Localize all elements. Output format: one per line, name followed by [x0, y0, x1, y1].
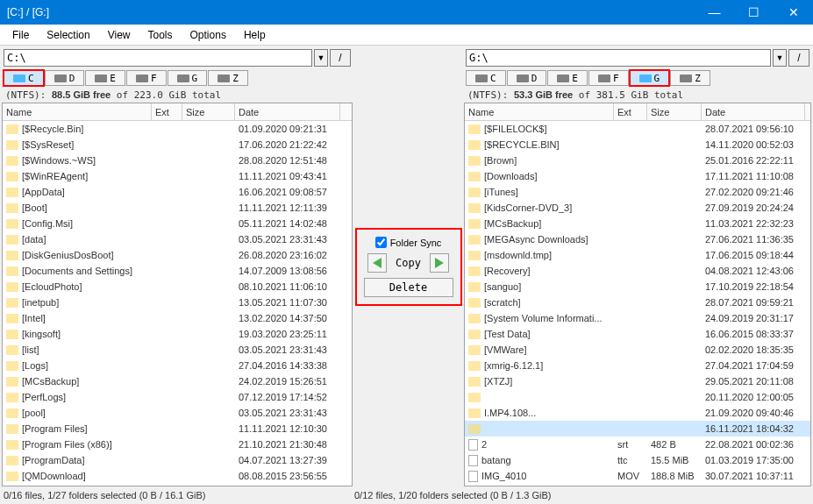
col-header-ext[interactable]: Ext [614, 103, 647, 120]
copy-right-button[interactable] [430, 253, 449, 273]
list-item[interactable]: [Logs]27.04.2016 14:33:38 [3, 358, 352, 373]
titlebar: [C:] / [G:] — ☐ ✕ [0, 0, 813, 25]
list-item[interactable]: [DiskGeniusDosBoot]26.08.2020 23:16:02 [3, 247, 352, 263]
list-item[interactable]: [Program Files]11.11.2021 12:10:30 [3, 421, 352, 437]
list-item[interactable]: [$RECYCLE.BIN]14.11.2020 00:52:03 [465, 137, 810, 153]
right-path-go-button[interactable]: / [788, 49, 809, 67]
list-item[interactable]: [Test Data]16.06.2015 08:33:37 [465, 326, 810, 342]
menu-tools[interactable]: Tools [139, 26, 182, 44]
folder-icon [6, 377, 18, 387]
list-item[interactable]: [AppData]16.06.2021 09:08:57 [3, 184, 352, 200]
menu-options[interactable]: Options [182, 26, 235, 44]
list-item[interactable]: [sanguo]17.10.2019 22:18:54 [465, 279, 810, 295]
folder-sync-checkbox-label[interactable]: Folder Sync [375, 237, 442, 248]
left-path-dropdown[interactable]: ▼ [314, 49, 328, 67]
left-path-input[interactable] [4, 49, 312, 67]
list-item[interactable]: [Boot]11.11.2021 12:11:39 [3, 200, 352, 216]
col-header-size[interactable]: Size [647, 103, 702, 120]
col-header-ext[interactable]: Ext [152, 103, 182, 120]
list-item[interactable]: [Brown]25.01.2016 22:22:11 [465, 153, 810, 168]
menu-selection[interactable]: Selection [38, 26, 98, 44]
list-item[interactable]: [$Windows.~WS]28.08.2020 12:51:48 [3, 153, 352, 168]
folder-icon [468, 314, 481, 323]
list-item[interactable]: [inetpub]13.05.2021 11:07:30 [3, 295, 352, 310]
left-drive-z[interactable]: Z [208, 70, 248, 86]
folder-icon [6, 124, 18, 134]
file-icon [468, 471, 478, 482]
maximize-button[interactable]: ☐ [734, 0, 774, 25]
list-item[interactable]: [Config.Msi]05.11.2021 14:02:48 [3, 216, 352, 231]
col-header-name[interactable]: Name [3, 103, 152, 120]
right-drive-d[interactable]: D [507, 70, 547, 86]
list-item[interactable]: [$WinREAgent]11.11.2021 09:43:41 [3, 168, 352, 184]
list-item[interactable]: [xmrig-6.12.1]27.04.2021 17:04:59 [465, 358, 810, 373]
left-drive-e[interactable]: E [85, 70, 125, 86]
list-item[interactable]: [MEGAsync Downloads]27.06.2021 11:36:35 [465, 231, 810, 247]
list-item[interactable]: [data]03.05.2021 23:31:43 [3, 231, 352, 247]
list-item[interactable]: [kingsoft]19.03.2020 23:25:11 [3, 326, 352, 342]
list-item[interactable]: 16.11.2021 18:04:32 [465, 421, 810, 437]
list-item[interactable]: [EcloudPhoto]08.10.2021 11:06:10 [3, 279, 352, 295]
list-item[interactable]: 2srt482 B22.08.2021 00:02:36 [465, 437, 810, 452]
right-drive-g[interactable]: G [630, 70, 670, 86]
right-drive-c[interactable]: C [466, 70, 506, 86]
folder-icon [468, 424, 481, 434]
list-item[interactable]: I.MP4.108...21.09.2020 09:40:46 [465, 405, 810, 421]
list-item[interactable]: IMG_4010mp486.4 MiB30.07.2021 10:53:13 [465, 484, 810, 486]
list-item[interactable]: 20.11.2020 12:00:05 [465, 389, 810, 405]
close-button[interactable]: ✕ [774, 0, 813, 25]
list-item[interactable]: [PerfLogs]07.12.2019 17:14:52 [3, 389, 352, 405]
col-header-date[interactable]: Date [235, 103, 340, 120]
minimize-button[interactable]: — [695, 0, 734, 25]
folder-icon [6, 424, 18, 434]
left-path-go-button[interactable]: / [330, 49, 351, 67]
delete-button[interactable]: Delete [364, 278, 453, 297]
drive-icon [598, 75, 610, 82]
left-drive-d[interactable]: D [45, 70, 85, 86]
list-item[interactable]: [ProgramData]04.07.2021 13:27:39 [3, 452, 352, 468]
list-item[interactable]: [Recovery]13.05.2021 11:53:06 [3, 484, 352, 486]
list-item[interactable]: [MCsBackup]11.03.2021 22:32:23 [465, 216, 810, 231]
list-item[interactable]: [scratch]28.07.2021 09:59:21 [465, 295, 810, 310]
list-item[interactable]: [msdownld.tmp]17.06.2015 09:18:44 [465, 247, 810, 263]
list-item[interactable]: [QMDownload]08.08.2015 23:56:55 [3, 468, 352, 484]
list-item[interactable]: [pool]03.05.2021 23:31:43 [3, 405, 352, 421]
menu-file[interactable]: File [4, 26, 38, 44]
menu-view[interactable]: View [99, 26, 139, 44]
list-item[interactable]: [Recovery]04.08.2021 12:43:06 [465, 263, 810, 279]
right-path-input[interactable] [466, 49, 771, 67]
col-header-date[interactable]: Date [702, 103, 805, 120]
list-item[interactable]: [$SysReset]17.06.2020 21:22:42 [3, 137, 352, 153]
list-item[interactable]: [XTZJ]29.05.2021 20:11:08 [465, 373, 810, 389]
list-item[interactable]: batangttc15.5 MiB01.03.2019 17:35:00 [465, 452, 810, 468]
list-item[interactable]: [Documents and Settings]14.07.2009 13:08… [3, 263, 352, 279]
left-drive-g[interactable]: G [168, 70, 208, 86]
folder-icon [6, 156, 18, 166]
list-item[interactable]: [Intel]13.02.2020 14:37:50 [3, 310, 352, 326]
list-item[interactable]: [System Volume Informati...24.09.2019 20… [465, 310, 810, 326]
right-path-dropdown[interactable]: ▼ [773, 49, 787, 67]
right-drive-f[interactable]: F [588, 70, 629, 86]
folder-sync-checkbox[interactable] [375, 237, 387, 248]
folder-icon [468, 408, 481, 418]
folder-icon [468, 140, 481, 150]
list-item[interactable]: [MCsBackup]24.02.2019 15:26:51 [3, 373, 352, 389]
left-drive-c[interactable]: C [4, 70, 44, 86]
list-item[interactable]: [iTunes]27.02.2020 09:21:46 [465, 184, 810, 200]
right-drive-z[interactable]: Z [670, 70, 710, 86]
list-item[interactable]: IMG_4010MOV188.8 MiB30.07.2021 10:37:11 [465, 468, 810, 484]
list-item[interactable]: [list]03.05.2021 23:31:43 [3, 342, 352, 358]
folder-icon [6, 408, 18, 418]
list-item[interactable]: [VMWare]02.02.2020 18:35:35 [465, 342, 810, 358]
list-item[interactable]: [Downloads]17.11.2021 11:10:08 [465, 168, 810, 184]
list-item[interactable]: [KidsCorner-DVD_3]27.09.2019 20:24:24 [465, 200, 810, 216]
col-header-name[interactable]: Name [465, 103, 614, 120]
menu-help[interactable]: Help [235, 26, 275, 44]
copy-left-button[interactable] [367, 253, 387, 273]
left-drive-f[interactable]: F [126, 70, 167, 86]
col-header-size[interactable]: Size [182, 103, 235, 120]
right-drive-e[interactable]: E [547, 70, 588, 86]
list-item[interactable]: [$Recycle.Bin]01.09.2020 09:21:31 [3, 121, 352, 137]
list-item[interactable]: [Program Files (x86)]21.10.2021 21:30:48 [3, 437, 352, 452]
list-item[interactable]: [$FILELOCK$]28.07.2021 09:56:10 [465, 121, 810, 137]
